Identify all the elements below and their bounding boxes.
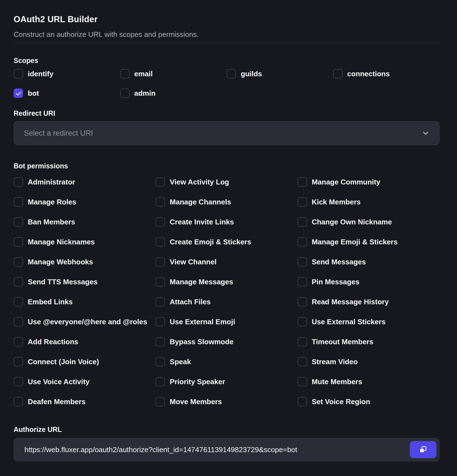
checkbox-label: Embed Links [28, 298, 73, 306]
permission-checkbox-manage-webhooks[interactable]: Manage Webhooks [14, 257, 155, 267]
permission-checkbox-use-external-emoji[interactable]: Use External Emoji [155, 317, 297, 326]
checkbox[interactable] [14, 177, 23, 187]
checkbox[interactable] [155, 277, 165, 287]
checkbox[interactable] [298, 317, 307, 326]
checkbox[interactable] [14, 277, 23, 287]
checkbox[interactable] [298, 357, 307, 366]
permission-checkbox-bypass-slowmode[interactable]: Bypass Slowmode [155, 337, 297, 346]
permission-checkbox-attach-files[interactable]: Attach Files [155, 297, 297, 307]
permission-checkbox-connect-join-voice[interactable]: Connect (Join Voice) [14, 357, 155, 366]
permission-checkbox-mute-members[interactable]: Mute Members [298, 377, 440, 386]
permission-checkbox-view-channel[interactable]: View Channel [155, 257, 297, 267]
checkbox-label: email [134, 70, 153, 78]
permission-checkbox-manage-community[interactable]: Manage Community [298, 177, 440, 187]
checkbox-label: connections [347, 70, 390, 78]
scope-checkbox-email[interactable]: email [120, 69, 227, 79]
checkbox[interactable] [14, 88, 23, 98]
permission-checkbox-move-members[interactable]: Move Members [155, 397, 297, 406]
permission-checkbox-timeout-members[interactable]: Timeout Members [298, 337, 440, 346]
checkbox[interactable] [298, 297, 307, 307]
checkbox[interactable] [155, 217, 165, 227]
checkbox[interactable] [14, 377, 23, 386]
checkbox[interactable] [120, 88, 130, 98]
checkbox[interactable] [298, 257, 307, 267]
checkbox-label: Manage Nicknames [28, 238, 95, 246]
checkbox[interactable] [14, 397, 23, 406]
permission-checkbox-administrator[interactable]: Administrator [14, 177, 155, 187]
scope-checkbox-guilds[interactable]: guilds [227, 69, 333, 79]
checkbox[interactable] [14, 217, 23, 227]
checkbox[interactable] [14, 69, 23, 79]
permission-checkbox-send-messages[interactable]: Send Messages [298, 257, 440, 267]
checkbox[interactable] [298, 397, 307, 406]
divider [14, 43, 440, 43]
copy-url-button[interactable] [410, 441, 436, 458]
redirect-uri-select[interactable]: Select a redirect URI [14, 121, 440, 145]
permission-checkbox-add-reactions[interactable]: Add Reactions [14, 337, 155, 346]
checkbox[interactable] [155, 357, 165, 366]
scope-checkbox-admin[interactable]: admin [120, 88, 227, 98]
checkbox[interactable] [14, 357, 23, 366]
bot-permissions-grid: Administrator View Activity Log Manage C… [14, 177, 440, 406]
checkbox[interactable] [14, 337, 23, 346]
permission-checkbox-manage-messages[interactable]: Manage Messages [155, 277, 297, 287]
checkbox-label: Use External Emoji [170, 318, 235, 326]
permission-checkbox-pin-messages[interactable]: Pin Messages [298, 277, 440, 287]
checkbox[interactable] [298, 277, 307, 287]
permission-checkbox-ban-members[interactable]: Ban Members [14, 217, 155, 227]
scopes-section-label: Scopes [14, 56, 440, 65]
checkbox[interactable] [155, 337, 165, 346]
scope-checkbox-bot[interactable]: bot [14, 88, 120, 98]
checkbox[interactable] [14, 257, 23, 267]
checkbox-label: Use @everyone/@here and @roles [28, 318, 147, 326]
checkbox-label: Manage Roles [28, 198, 76, 206]
permission-checkbox-priority-speaker[interactable]: Priority Speaker [155, 377, 297, 386]
checkbox[interactable] [298, 237, 307, 247]
permission-checkbox-set-voice-region[interactable]: Set Voice Region [298, 397, 440, 406]
authorize-url-input[interactable]: https://web.fluxer.app/oauth2/authorize?… [14, 445, 439, 454]
permission-checkbox-view-activity-log[interactable]: View Activity Log [155, 177, 297, 187]
scope-checkbox-connections[interactable]: connections [333, 69, 440, 79]
checkbox[interactable] [155, 177, 165, 187]
permission-checkbox-manage-nicknames[interactable]: Manage Nicknames [14, 237, 155, 247]
permission-checkbox-embed-links[interactable]: Embed Links [14, 297, 155, 307]
permission-checkbox-manage-emoji-stickers[interactable]: Manage Emoji & Stickers [298, 237, 440, 247]
permission-checkbox-kick-members[interactable]: Kick Members [298, 197, 440, 207]
checkbox[interactable] [333, 69, 343, 79]
checkbox[interactable] [14, 197, 23, 207]
permission-checkbox-stream-video[interactable]: Stream Video [298, 357, 440, 366]
permission-checkbox-send-tts-messages[interactable]: Send TTS Messages [14, 277, 155, 287]
checkbox[interactable] [298, 197, 307, 207]
permission-checkbox-speak[interactable]: Speak [155, 357, 297, 366]
checkbox[interactable] [298, 217, 307, 227]
permission-checkbox-use-voice-activity[interactable]: Use Voice Activity [14, 377, 155, 386]
permission-checkbox-create-emoji-stickers[interactable]: Create Emoji & Stickers [155, 237, 297, 247]
checkbox[interactable] [120, 69, 130, 79]
scope-checkbox-identify[interactable]: identify [14, 69, 120, 79]
checkbox[interactable] [155, 257, 165, 267]
checkbox[interactable] [155, 377, 165, 386]
checkbox[interactable] [298, 177, 307, 187]
checkbox[interactable] [298, 337, 307, 346]
checkbox[interactable] [155, 297, 165, 307]
checkbox[interactable] [227, 69, 236, 79]
checkbox-label: Kick Members [312, 198, 361, 206]
permission-checkbox-use-external-stickers[interactable]: Use External Stickers [298, 317, 440, 326]
checkbox[interactable] [155, 237, 165, 247]
permission-checkbox-change-own-nickname[interactable]: Change Own Nickname [298, 217, 440, 227]
checkbox[interactable] [155, 197, 165, 207]
permission-checkbox-manage-channels[interactable]: Manage Channels [155, 197, 297, 207]
checkbox[interactable] [155, 397, 165, 406]
permission-checkbox-read-message-history[interactable]: Read Message History [298, 297, 440, 307]
permission-checkbox-use-everyone-here-and-roles[interactable]: Use @everyone/@here and @roles [14, 317, 155, 326]
checkbox[interactable] [14, 297, 23, 307]
permission-checkbox-deafen-members[interactable]: Deafen Members [14, 397, 155, 406]
checkbox[interactable] [14, 237, 23, 247]
checkbox[interactable] [298, 377, 307, 386]
permission-checkbox-manage-roles[interactable]: Manage Roles [14, 197, 155, 207]
checkbox-label: Manage Emoji & Stickers [312, 238, 398, 246]
permission-checkbox-create-invite-links[interactable]: Create Invite Links [155, 217, 297, 227]
checkbox[interactable] [155, 317, 165, 326]
checkbox-label: Send Messages [312, 258, 366, 266]
checkbox[interactable] [14, 317, 23, 326]
